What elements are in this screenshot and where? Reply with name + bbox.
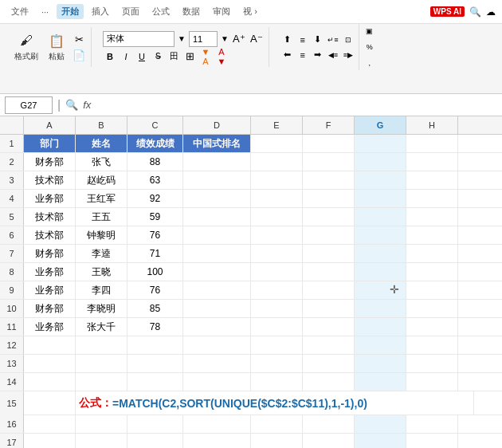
menu-page[interactable]: 页面	[117, 4, 144, 19]
cell-c13[interactable]	[127, 355, 183, 372]
cell-f13[interactable]	[303, 355, 355, 372]
cell-d16[interactable]	[183, 415, 251, 433]
cell-f4[interactable]	[303, 190, 355, 207]
cell-e1[interactable]	[251, 135, 303, 152]
cell-h17[interactable]	[406, 434, 458, 448]
row-num-7[interactable]: 7	[0, 245, 24, 262]
cell-a15[interactable]	[24, 391, 76, 415]
align-center-btn[interactable]: ≡	[296, 48, 310, 62]
row-num-11[interactable]: 11	[0, 318, 24, 336]
cell-d1[interactable]: 中国式排名	[183, 135, 251, 152]
cell-d7[interactable]	[183, 245, 251, 262]
cell-b7[interactable]: 李逵	[76, 245, 127, 262]
decrease-font-btn[interactable]: A⁻	[249, 32, 264, 46]
row-num-6[interactable]: 6	[0, 226, 24, 244]
cell-g12[interactable]	[355, 336, 406, 354]
cell-g13[interactable]	[355, 355, 406, 372]
cell-e8[interactable]	[251, 263, 303, 281]
cell-h14[interactable]	[406, 373, 458, 391]
col-header-h[interactable]: H	[406, 116, 458, 134]
menu-data[interactable]: 数据	[178, 4, 205, 19]
align-right-btn[interactable]: ➡	[311, 48, 325, 62]
copy-btn[interactable]: 📄	[72, 48, 86, 62]
menu-review[interactable]: 审阅	[208, 4, 235, 19]
cut-btn[interactable]: ✂	[72, 32, 86, 46]
cell-a10[interactable]: 财务部	[24, 300, 76, 317]
cell-h3[interactable]	[406, 171, 458, 189]
font-size-dropdown-icon[interactable]: ▼	[221, 34, 229, 43]
cell-f9[interactable]	[303, 281, 355, 299]
cell-a5[interactable]: 技术部	[24, 208, 76, 226]
col-header-a[interactable]: A	[24, 116, 76, 134]
row-num-4[interactable]: 4	[0, 190, 24, 207]
col-header-e[interactable]: E	[251, 116, 303, 134]
cell-d9[interactable]	[183, 281, 251, 299]
search-icon[interactable]: 🔍	[469, 6, 481, 18]
cell-f12[interactable]	[303, 336, 355, 354]
font-name-dropdown-icon[interactable]: ▼	[178, 34, 186, 43]
cell-g4[interactable]	[355, 190, 406, 207]
cell-g1[interactable]	[355, 135, 406, 152]
cell-c17[interactable]	[127, 434, 183, 448]
cell-a11[interactable]: 业务部	[24, 318, 76, 336]
cell-e10[interactable]	[251, 300, 303, 317]
cell-d13[interactable]	[183, 355, 251, 372]
cell-h1[interactable]	[406, 135, 458, 152]
cell-h9[interactable]	[406, 281, 458, 299]
cell-h13[interactable]	[406, 355, 458, 372]
row-num-10[interactable]: 10	[0, 300, 24, 317]
cell-h5[interactable]	[406, 208, 458, 226]
cell-h2[interactable]	[406, 153, 458, 171]
cell-d2[interactable]	[183, 153, 251, 171]
align-left-btn[interactable]: ⬅	[280, 48, 295, 62]
row-num-13[interactable]: 13	[0, 355, 24, 372]
cell-a3[interactable]: 技术部	[24, 171, 76, 189]
cell-c14[interactable]	[127, 373, 183, 391]
paste-btn[interactable]: 📋 粘贴	[45, 30, 69, 64]
cell-g3[interactable]	[355, 171, 406, 189]
cell-h12[interactable]	[406, 336, 458, 354]
cell-b1[interactable]: 姓名	[76, 135, 127, 152]
cell-d17[interactable]	[183, 434, 251, 448]
cell-b2[interactable]: 张飞	[76, 153, 127, 171]
cell-g9[interactable]: ✛	[355, 281, 406, 299]
cell-c2[interactable]: 88	[127, 153, 183, 171]
cell-a13[interactable]	[24, 355, 76, 372]
cell-g14[interactable]	[355, 373, 406, 391]
cell-f1[interactable]	[303, 135, 355, 152]
menu-file[interactable]: 文件	[6, 4, 33, 19]
font-color-btn[interactable]: A ▼	[214, 49, 229, 64]
cell-c8[interactable]: 100	[127, 263, 183, 281]
menu-view[interactable]: 视 ›	[238, 4, 262, 19]
cell-h10[interactable]	[406, 300, 458, 317]
cell-e14[interactable]	[251, 373, 303, 391]
cell-e6[interactable]	[251, 226, 303, 244]
cell-b9[interactable]: 李四	[76, 281, 127, 299]
cell-b16[interactable]	[76, 415, 127, 433]
cell-c1[interactable]: 绩效成绩	[127, 135, 183, 152]
cell-b8[interactable]: 王晓	[76, 263, 127, 281]
cell-e7[interactable]	[251, 245, 303, 262]
cell-f16[interactable]	[303, 415, 355, 433]
col-header-f[interactable]: F	[303, 116, 355, 134]
cell-e5[interactable]	[251, 208, 303, 226]
cell-c3[interactable]: 63	[127, 171, 183, 189]
cell-c10[interactable]: 85	[127, 300, 183, 317]
cell-reference-input[interactable]	[5, 96, 53, 114]
strikethrough-btn[interactable]: S̶	[151, 49, 165, 64]
cell-h8[interactable]	[406, 263, 458, 281]
cell-d6[interactable]	[183, 226, 251, 244]
cell-h6[interactable]	[406, 226, 458, 244]
fx-icon[interactable]: fx	[83, 99, 91, 111]
col-header-b[interactable]: B	[76, 116, 127, 134]
border-btn[interactable]: ⊞	[182, 49, 197, 64]
format-brush-btn[interactable]: 🖌 格式刷	[11, 30, 41, 64]
cell-e13[interactable]	[251, 355, 303, 372]
cell-g8[interactable]	[355, 263, 406, 281]
col-header-c[interactable]: C	[127, 116, 183, 134]
cell-b4[interactable]: 王红军	[76, 190, 127, 207]
cell-g11[interactable]	[355, 318, 406, 336]
cell-formula-display[interactable]: 公式： =MATCH(C2,SORT(UNIQUE($C$2:$C$11),1,…	[76, 391, 474, 415]
merge-btn[interactable]: 田	[167, 49, 181, 64]
cell-a6[interactable]: 技术部	[24, 226, 76, 244]
